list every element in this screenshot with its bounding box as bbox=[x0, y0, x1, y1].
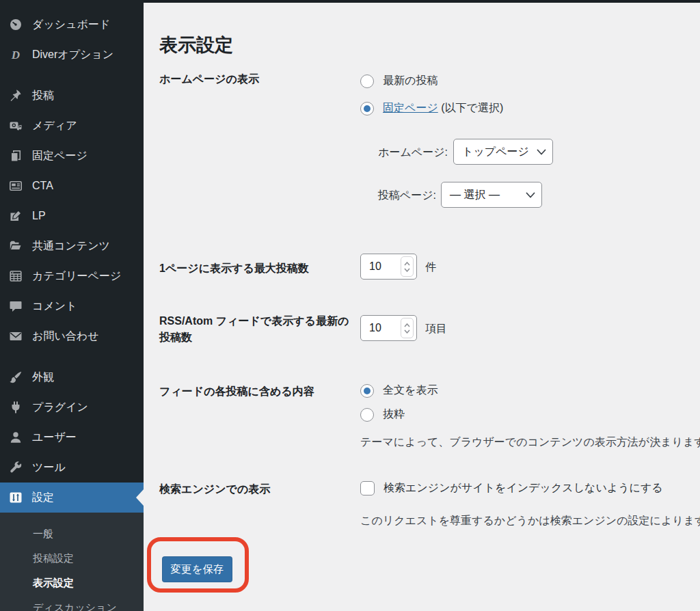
homepage-select-label: ホームページ: bbox=[287, 146, 448, 160]
media-icon bbox=[9, 119, 23, 133]
posts-per-page-input[interactable]: 10 bbox=[360, 254, 417, 280]
sidebar-item-設定[interactable]: 設定 bbox=[0, 483, 144, 513]
static-page-link[interactable]: 固定ページ bbox=[383, 102, 438, 113]
sidebar-item-label: 共通コンテンツ bbox=[32, 239, 110, 254]
search-engine-description: このリクエストを尊重するかどうかは検索エンジンの設定によります。 bbox=[360, 514, 700, 528]
posts-per-page-value: 10 bbox=[369, 260, 381, 273]
save-changes-button[interactable]: 変更を保存 bbox=[162, 556, 232, 582]
settings-icon bbox=[9, 491, 23, 504]
sidebar-item-カテゴリーページ[interactable]: カテゴリーページ bbox=[0, 261, 144, 291]
rss-items-unit: 項目 bbox=[425, 322, 447, 336]
posts-page-select-label: 投稿ページ: bbox=[287, 189, 436, 203]
sidebar-item-お問い合わせ[interactable]: お問い合わせ bbox=[0, 321, 144, 351]
sidebar-item-label: 設定 bbox=[32, 491, 54, 505]
chevron-down-icon bbox=[537, 149, 546, 155]
sidebar-item-label: メディア bbox=[32, 119, 77, 133]
sidebar-item-label: CTA bbox=[32, 180, 53, 192]
radio-selected-icon[interactable] bbox=[360, 102, 374, 116]
radio-option-label: 全文を表示 bbox=[383, 383, 438, 398]
sidebar-item-ユーザー[interactable]: ユーザー bbox=[0, 422, 144, 452]
sidebar-item-外観[interactable]: 外観 bbox=[0, 362, 144, 392]
homepage-select[interactable]: トップページ bbox=[453, 139, 553, 165]
checkbox-icon[interactable] bbox=[360, 481, 375, 495]
sidebar-item-LP[interactable]: LP bbox=[0, 201, 144, 231]
sidebar-item-label: 外観 bbox=[32, 370, 54, 385]
sidebar-item-投稿[interactable]: 投稿 bbox=[0, 81, 144, 111]
comment-icon bbox=[9, 299, 23, 313]
svg-text:D: D bbox=[11, 49, 20, 62]
feed-content-label: フィードの各投稿に含める内容 bbox=[159, 383, 314, 400]
submenu-item-表示設定[interactable]: 表示設定 bbox=[0, 571, 144, 595]
posts-page-select[interactable]: — 選択 — bbox=[441, 182, 542, 208]
radio-option-excerpt[interactable]: 抜粋 bbox=[360, 407, 405, 422]
sidebar-item-label: LP bbox=[32, 210, 46, 222]
number-stepper[interactable] bbox=[401, 318, 414, 338]
plugin-icon bbox=[9, 400, 23, 414]
sidebar-item-プラグイン[interactable]: プラグイン bbox=[0, 392, 144, 422]
rss-items-label: RSS/Atom フィードで表示する最新の投稿数 bbox=[159, 313, 354, 346]
stepper-down-icon bbox=[404, 268, 410, 272]
sidebar-item-label: 固定ページ bbox=[32, 149, 88, 163]
homepage-select-value: トップページ bbox=[462, 145, 529, 159]
chevron-down-icon bbox=[526, 192, 535, 198]
radio-option-static-page[interactable]: 固定ページ (以下で選択) bbox=[360, 101, 503, 116]
stepper-up-icon bbox=[404, 323, 410, 327]
radio-option-label: 抜粋 bbox=[383, 407, 405, 422]
tools-icon bbox=[9, 461, 23, 474]
radio-icon[interactable] bbox=[360, 408, 374, 422]
sidebar-item-ツール[interactable]: ツール bbox=[0, 452, 144, 483]
radio-option-full-text[interactable]: 全文を表示 bbox=[360, 383, 438, 398]
sidebar-item-label: ダッシュボード bbox=[32, 18, 110, 32]
search-engine-checkbox-row[interactable]: 検索エンジンがサイトをインデックスしないようにする bbox=[360, 481, 663, 495]
folder-icon bbox=[9, 239, 23, 253]
sidebar-item-メディア[interactable]: メディア bbox=[0, 111, 144, 141]
sidebar-item-固定ページ[interactable]: 固定ページ bbox=[0, 141, 144, 171]
cta-icon bbox=[9, 179, 23, 193]
pin-icon bbox=[9, 89, 23, 103]
dashboard-icon bbox=[9, 18, 23, 31]
sidebar-separator bbox=[0, 70, 144, 81]
rss-items-input[interactable]: 10 bbox=[360, 315, 417, 341]
sidebar-item-label: コメント bbox=[32, 299, 77, 314]
sidebar-item-label: 投稿 bbox=[32, 89, 54, 103]
category-grid-icon bbox=[9, 269, 23, 283]
rss-items-value: 10 bbox=[369, 322, 381, 334]
lp-icon bbox=[9, 209, 23, 223]
homepage-display-label: ホームページの表示 bbox=[159, 71, 259, 87]
radio-option-label: 最新の投稿 bbox=[383, 74, 438, 88]
sidebar-item-Diverオプション[interactable]: DDiverオプション bbox=[0, 40, 144, 70]
sidebar-item-ダッシュボード[interactable]: ダッシュボード bbox=[0, 10, 144, 40]
appearance-icon bbox=[9, 370, 23, 384]
radio-option-latest-posts[interactable]: 最新の投稿 bbox=[360, 74, 438, 88]
user-icon bbox=[9, 431, 23, 444]
number-stepper[interactable] bbox=[401, 256, 414, 277]
feed-content-description: テーマによって、ブラウザーでのコンテンツの表示方法が決まります。 bbox=[360, 435, 700, 450]
sidebar-item-共通コンテンツ[interactable]: 共通コンテンツ bbox=[0, 231, 144, 261]
static-page-suffix: (以下で選択) bbox=[441, 102, 503, 113]
sidebar-item-CTA[interactable]: CTA bbox=[0, 171, 144, 201]
reading-settings-screen: ダッシュボードDDiverオプション投稿メディア固定ページCTALP共通コンテン… bbox=[0, 0, 700, 611]
stepper-down-icon bbox=[404, 329, 410, 334]
mail-icon bbox=[9, 329, 23, 343]
radio-selected-icon[interactable] bbox=[360, 384, 374, 398]
posts-per-page-unit: 件 bbox=[425, 260, 436, 275]
diver-icon: D bbox=[9, 48, 23, 62]
sidebar-item-label: ツール bbox=[32, 461, 66, 475]
sidebar-item-label: ユーザー bbox=[32, 431, 77, 445]
radio-icon[interactable] bbox=[360, 74, 374, 88]
submenu-item-一般[interactable]: 一般 bbox=[0, 521, 144, 546]
sidebar-item-label: プラグイン bbox=[32, 400, 88, 415]
sidebar-separator bbox=[0, 351, 144, 362]
submenu-item-ディスカッション[interactable]: ディスカッション bbox=[0, 595, 144, 611]
submenu-item-投稿設定[interactable]: 投稿設定 bbox=[0, 546, 144, 571]
sidebar-item-label: お問い合わせ bbox=[32, 329, 99, 344]
posts-page-select-value: — 選択 — bbox=[450, 188, 500, 202]
settings-submenu: 一般投稿設定表示設定ディスカッション bbox=[0, 513, 144, 611]
posts-per-page-label: 1ページに表示する最大投稿数 bbox=[159, 260, 309, 277]
stepper-up-icon bbox=[404, 262, 410, 266]
checkbox-label: 検索エンジンがサイトをインデックスしないようにする bbox=[383, 481, 663, 495]
sidebar-item-label: カテゴリーページ bbox=[32, 269, 121, 284]
search-engine-label: 検索エンジンでの表示 bbox=[159, 481, 270, 498]
pages-icon bbox=[9, 149, 23, 163]
sidebar-item-コメント[interactable]: コメント bbox=[0, 291, 144, 321]
